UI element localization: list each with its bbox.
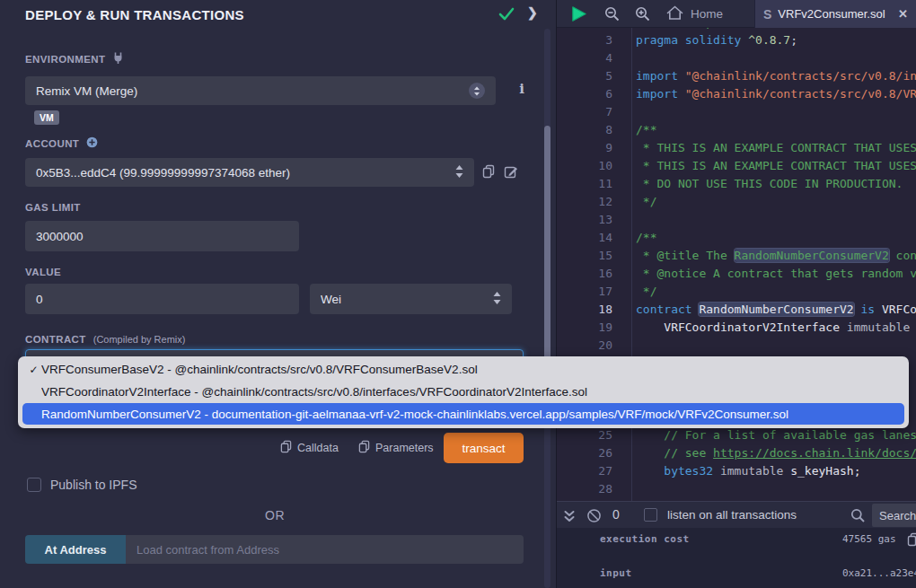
calldata-action[interactable]: Calldata bbox=[280, 440, 339, 456]
code-line[interactable]: 28 bbox=[557, 480, 916, 498]
code-line[interactable]: 27 bytes32 immutable s_keyHash; bbox=[557, 462, 916, 480]
code-line[interactable]: 5import "@chainlink/contracts/src/v0.8/i… bbox=[557, 67, 916, 85]
copy-account-icon[interactable] bbox=[482, 164, 495, 182]
code-line[interactable]: 17 */ bbox=[557, 283, 916, 301]
account-value: 0x5B3...eddC4 (99.99999999997374068 ethe… bbox=[36, 166, 455, 180]
line-number: 3 bbox=[557, 31, 612, 49]
copy-icon bbox=[280, 440, 292, 456]
code-line[interactable]: 7 bbox=[557, 103, 916, 121]
transact-button[interactable]: transact bbox=[444, 433, 524, 463]
code-line[interactable]: 12 */ bbox=[557, 193, 916, 211]
home-tab[interactable]: Home bbox=[666, 0, 723, 28]
contract-option-label: RandomNumberConsumerV2 - documentation-g… bbox=[41, 408, 788, 421]
terminal-row: execution cost47565 gas bbox=[557, 530, 916, 564]
code-line[interactable]: 16 * @notice A contract that gets random… bbox=[557, 265, 916, 283]
code-line[interactable]: 11 * DO NOT USE THIS CODE IN PRODUCTION. bbox=[557, 175, 916, 193]
contract-note: (Compiled by Remix) bbox=[93, 334, 186, 345]
line-number: 13 bbox=[557, 211, 612, 229]
copy-icon[interactable] bbox=[907, 532, 916, 550]
code-line[interactable]: 13 bbox=[557, 211, 916, 229]
line-number: 17 bbox=[557, 283, 612, 301]
code-line[interactable]: 6import "@chainlink/contracts/src/v0.8/V… bbox=[557, 85, 916, 103]
or-divider: OR bbox=[0, 508, 550, 522]
terminal-content: execution cost47565 gasinput0xa21...a23e… bbox=[557, 528, 916, 588]
contract-label: CONTRACT (Compiled by Remix) bbox=[25, 334, 185, 345]
value-unit-select[interactable]: Wei bbox=[310, 284, 512, 314]
code-line[interactable]: 18contract RandomNumberConsumerV2 is VRF… bbox=[557, 301, 916, 319]
remix-ide: DEPLOY & RUN TRANSACTIONS ❯ ENVIRONMENT … bbox=[0, 0, 916, 588]
line-number: 26 bbox=[557, 444, 612, 462]
terminal-row-value: 0xa21...a23e4 bbox=[842, 567, 916, 579]
code-text: * THIS IS AN EXAMPLE CONTRACT THAT USES … bbox=[636, 157, 916, 175]
line-number: 20 bbox=[557, 337, 612, 355]
code-line[interactable]: 3pragma solidity ^0.8.7; bbox=[557, 31, 916, 49]
plug-icon bbox=[112, 52, 124, 66]
at-address-button[interactable]: At Address bbox=[25, 535, 126, 564]
code-line[interactable]: 8/** bbox=[557, 121, 916, 139]
chevron-right-icon[interactable]: ❯ bbox=[527, 5, 538, 20]
clear-console-icon[interactable] bbox=[586, 502, 602, 530]
code-line[interactable]: 15 * @title The RandomNumberConsumerV2 c… bbox=[557, 247, 916, 265]
parameters-action[interactable]: Parameters bbox=[358, 440, 434, 456]
terminal-rows: execution cost47565 gasinput0xa21...a23e… bbox=[557, 528, 916, 588]
at-address-input[interactable] bbox=[126, 535, 524, 564]
editor-toolbar: Home S VRFv2Consumer.sol ✕ bbox=[557, 0, 916, 28]
tab-vrfv2consumer[interactable]: S VRFv2Consumer.sol ✕ bbox=[754, 0, 916, 28]
code-line[interactable]: 26 // see https://docs.chain.link/docs/v… bbox=[557, 444, 916, 462]
code-line[interactable]: 25 // For a list of available gas lanes … bbox=[557, 426, 916, 444]
contract-option[interactable]: ✓VRFConsumerBaseV2 - @chainlink/contract… bbox=[18, 358, 909, 381]
line-number: 16 bbox=[557, 265, 612, 283]
line-number: 18 bbox=[557, 301, 612, 319]
expand-terminal-icon[interactable] bbox=[564, 502, 575, 530]
zoom-out-icon[interactable] bbox=[604, 0, 621, 28]
info-icon[interactable]: i bbox=[515, 81, 528, 97]
home-icon bbox=[666, 5, 683, 23]
value-unit: Wei bbox=[321, 293, 493, 306]
account-select[interactable]: 0x5B3...eddC4 (99.99999999997374068 ethe… bbox=[25, 158, 474, 187]
line-number: 28 bbox=[557, 480, 612, 498]
code-editor[interactable]: 2// An example of a consumer contract th… bbox=[557, 28, 916, 501]
code-text: contract RandomNumberConsumerV2 is VRFCo… bbox=[636, 301, 916, 319]
contract-option-label: VRFCoordinatorV2Interface - @chainlink/c… bbox=[41, 385, 587, 399]
edit-account-icon[interactable] bbox=[504, 164, 519, 182]
vm-badge: VM bbox=[34, 110, 59, 125]
contract-option[interactable]: RandomNumberConsumerV2 - documentation-g… bbox=[22, 403, 904, 425]
code-text: import "@chainlink/contracts/src/v0.8/VR… bbox=[636, 85, 916, 103]
code-text: VRFCoordinatorV2Interface immutable COOR… bbox=[636, 319, 916, 337]
code-text: */ bbox=[636, 193, 656, 211]
parameters-label: Parameters bbox=[375, 442, 434, 454]
terminal-search-input[interactable] bbox=[872, 504, 916, 527]
line-number: 10 bbox=[557, 157, 612, 175]
environment-value: Remix VM (Merge) bbox=[36, 84, 469, 98]
editor-panel: Home S VRFv2Consumer.sol ✕ 2// An exampl… bbox=[557, 0, 916, 588]
code-text: /** bbox=[636, 229, 656, 247]
gas-limit-label: GAS LIMIT bbox=[25, 202, 81, 213]
search-icon bbox=[850, 502, 866, 530]
caret-updown-icon bbox=[493, 292, 501, 307]
code-line[interactable]: 10 * THIS IS AN EXAMPLE CONTRACT THAT US… bbox=[557, 157, 916, 175]
line-number: 8 bbox=[557, 121, 612, 139]
zoom-in-icon[interactable] bbox=[635, 0, 651, 28]
account-label: ACCOUNT bbox=[25, 136, 98, 150]
code-line[interactable]: 20 bbox=[557, 337, 916, 355]
close-tab-icon[interactable]: ✕ bbox=[898, 7, 908, 21]
panel-scrollbar-thumb[interactable] bbox=[544, 126, 550, 361]
code-line[interactable]: 9 * THIS IS AN EXAMPLE CONTRACT THAT USE… bbox=[557, 139, 916, 157]
contract-option[interactable]: VRFCoordinatorV2Interface - @chainlink/c… bbox=[18, 381, 909, 403]
value-input[interactable] bbox=[25, 284, 299, 314]
listen-all-checkbox[interactable] bbox=[644, 508, 657, 522]
environment-select[interactable]: Remix VM (Merge) bbox=[25, 76, 496, 105]
code-line[interactable]: 19 VRFCoordinatorV2Interface immutable C… bbox=[557, 319, 916, 337]
gas-limit-input[interactable] bbox=[25, 221, 299, 251]
plus-circle-icon[interactable] bbox=[86, 136, 98, 150]
code-line[interactable]: 4 bbox=[557, 49, 916, 67]
line-number: 27 bbox=[557, 462, 612, 480]
value-label: VALUE bbox=[25, 267, 61, 277]
line-number: 6 bbox=[557, 85, 612, 103]
calldata-label: Calldata bbox=[297, 442, 339, 454]
run-script-icon[interactable] bbox=[569, 0, 588, 28]
publish-ipfs-label: Publish to IPFS bbox=[50, 478, 137, 492]
code-line[interactable]: 14/** bbox=[557, 229, 916, 247]
line-number: 5 bbox=[557, 67, 612, 85]
publish-ipfs-checkbox[interactable] bbox=[27, 478, 41, 492]
